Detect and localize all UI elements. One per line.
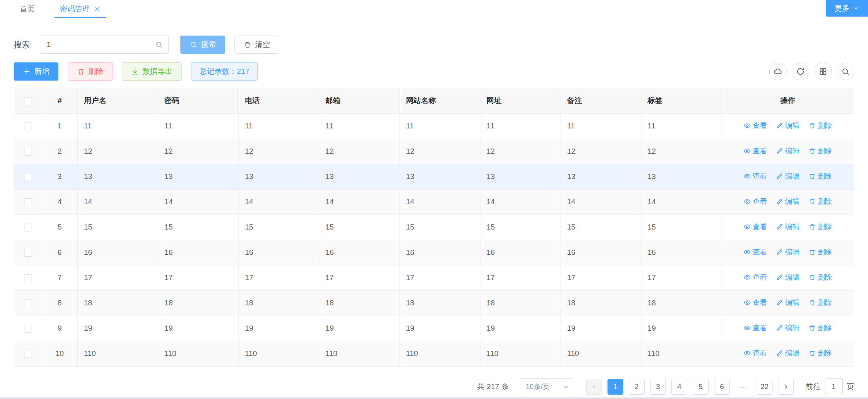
refresh-button[interactable] (792, 63, 809, 80)
edit-link[interactable]: 编辑 (776, 121, 799, 130)
table-row[interactable]: 1 11 11 11 11 11 11 11 11 查看 编辑 删除 (14, 113, 854, 139)
table-row[interactable]: 10 110 110 110 110 110 110 110 110 查看 编辑… (14, 341, 854, 366)
columns-button[interactable] (814, 63, 832, 80)
delete-link[interactable]: 删除 (809, 348, 832, 358)
row-actions-cell: 查看 编辑 删除 (722, 341, 854, 366)
goto-page-input[interactable] (825, 378, 843, 395)
row-actions-cell: 查看 编辑 删除 (722, 189, 854, 215)
pager-page[interactable]: 5 (693, 379, 709, 395)
delete-link[interactable]: 删除 (809, 247, 832, 257)
clear-button[interactable]: 清空 (234, 36, 279, 54)
edit-link[interactable]: 编辑 (776, 273, 799, 282)
edit-icon (776, 173, 783, 180)
edit-link[interactable]: 编辑 (776, 171, 799, 181)
delete-link[interactable]: 删除 (809, 323, 832, 333)
pager-page[interactable]: 3 (650, 379, 666, 395)
row-index-cell: 1 (42, 113, 77, 139)
pager-page[interactable]: 1 (607, 379, 623, 395)
edit-link[interactable]: 编辑 (776, 247, 799, 257)
edit-icon (776, 248, 783, 256)
select-all-checkbox[interactable] (24, 97, 32, 105)
row-actions-cell: 查看 编辑 删除 (722, 215, 854, 240)
tab-password-management[interactable]: 密码管理 (54, 0, 106, 18)
tab-home[interactable]: 首页 (14, 0, 40, 18)
delete-link-label: 删除 (818, 146, 832, 156)
delete-link[interactable]: 删除 (809, 222, 832, 231)
edit-link-label: 编辑 (785, 323, 799, 333)
table-row[interactable]: 9 19 19 19 19 19 19 19 19 查看 编辑 删除 (14, 316, 854, 341)
more-button[interactable]: 更多 (826, 0, 868, 17)
view-link[interactable]: 查看 (744, 273, 767, 282)
edit-link[interactable]: 编辑 (776, 197, 799, 206)
pager-more[interactable]: ··· (735, 379, 751, 395)
delete-link[interactable]: 删除 (809, 171, 832, 181)
site-url-cell: 15 (480, 215, 561, 240)
eye-icon (744, 324, 751, 331)
row-checkbox[interactable] (24, 198, 32, 206)
view-link[interactable]: 查看 (744, 197, 767, 206)
pager-page[interactable]: 6 (714, 379, 730, 395)
data-table: #用户名密码电话邮箱网站名称网址备注标签操作 1 11 11 11 11 11 … (14, 88, 854, 367)
delete-link[interactable]: 删除 (809, 146, 832, 156)
row-checkbox[interactable] (24, 173, 32, 181)
username-cell: 11 (77, 113, 158, 139)
phone-cell: 16 (238, 240, 319, 265)
row-checkbox[interactable] (24, 249, 32, 257)
view-link-label: 查看 (753, 298, 767, 307)
table-row[interactable]: 4 14 14 14 14 14 14 14 14 查看 编辑 删除 (14, 189, 854, 215)
row-checkbox[interactable] (24, 299, 32, 307)
delete-link[interactable]: 删除 (809, 197, 832, 206)
delete-link[interactable]: 删除 (809, 298, 832, 307)
next-page-button[interactable] (778, 379, 794, 395)
table-row[interactable]: 8 18 18 18 18 18 18 18 18 查看 编辑 删除 (14, 290, 854, 316)
pager-page[interactable]: 4 (671, 379, 687, 395)
row-checkbox[interactable] (24, 224, 32, 231)
row-checkbox[interactable] (24, 274, 32, 282)
row-checkbox[interactable] (24, 148, 32, 156)
table-search-button[interactable] (837, 63, 854, 80)
row-checkbox[interactable] (24, 325, 32, 333)
delete-link[interactable]: 删除 (809, 121, 832, 130)
pager-page[interactable]: 2 (629, 379, 645, 395)
delete-button[interactable]: 删除 (68, 62, 112, 81)
view-link[interactable]: 查看 (744, 298, 767, 307)
username-cell: 18 (77, 290, 158, 316)
prev-page-button[interactable] (586, 379, 602, 395)
table-row[interactable]: 5 15 15 15 15 15 15 15 15 查看 编辑 删除 (14, 215, 854, 240)
edit-link[interactable]: 编辑 (776, 222, 799, 231)
delete-link[interactable]: 删除 (809, 273, 832, 282)
edit-link[interactable]: 编辑 (776, 323, 799, 333)
view-link[interactable]: 查看 (744, 171, 767, 181)
view-link[interactable]: 查看 (744, 348, 767, 358)
download-icon (131, 68, 139, 75)
view-link[interactable]: 查看 (744, 247, 767, 257)
remark-cell: 17 (561, 265, 641, 290)
site-url-cell: 19 (480, 316, 561, 341)
close-icon[interactable] (94, 6, 100, 12)
eye-icon (744, 173, 751, 180)
table-row[interactable]: 3 13 13 13 13 13 13 13 13 查看 编辑 删除 (14, 164, 854, 189)
table-row[interactable]: 2 12 12 12 12 12 12 12 12 查看 编辑 删除 (14, 139, 854, 164)
table-row[interactable]: 7 17 17 17 17 17 17 17 17 查看 编辑 删除 (14, 265, 854, 290)
page-size-select[interactable]: 10条/页 (520, 378, 574, 395)
row-checkbox[interactable] (24, 350, 32, 358)
view-link[interactable]: 查看 (744, 323, 767, 333)
edit-link[interactable]: 编辑 (776, 348, 799, 358)
view-link[interactable]: 查看 (744, 121, 767, 130)
pager-page[interactable]: 22 (757, 379, 772, 395)
cloud-download-button[interactable] (769, 63, 787, 80)
export-button[interactable]: 数据导出 (122, 62, 182, 81)
table-body: 1 11 11 11 11 11 11 11 11 查看 编辑 删除 2 12 … (14, 113, 854, 366)
edit-link[interactable]: 编辑 (776, 298, 799, 307)
search-icon (841, 67, 850, 76)
view-link[interactable]: 查看 (744, 146, 767, 156)
row-checkbox-cell (14, 215, 42, 240)
edit-link[interactable]: 编辑 (776, 146, 799, 156)
search-input[interactable] (40, 36, 169, 54)
search-button[interactable]: 搜索 (180, 36, 225, 54)
total-records-badge: 总记录数：217 (191, 62, 258, 81)
add-button[interactable]: 新增 (14, 62, 58, 81)
table-row[interactable]: 6 16 16 16 16 16 16 16 16 查看 编辑 删除 (14, 240, 854, 265)
row-checkbox[interactable] (24, 122, 32, 130)
view-link[interactable]: 查看 (744, 222, 767, 231)
